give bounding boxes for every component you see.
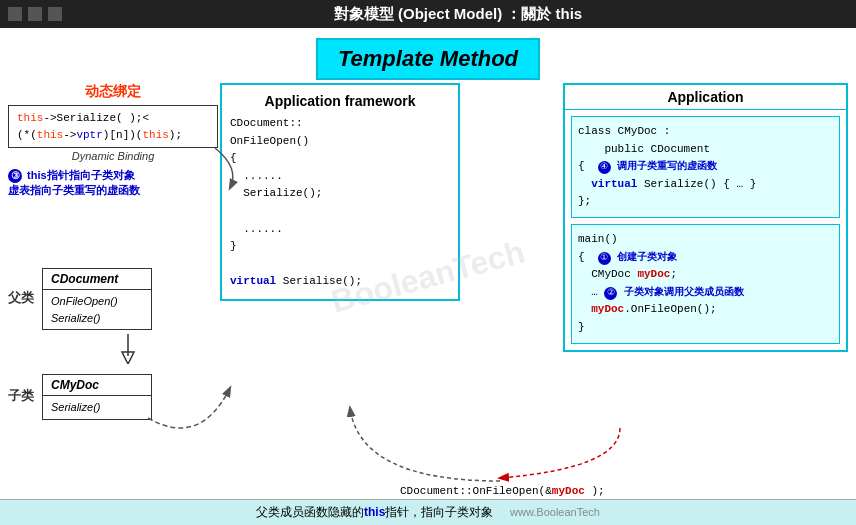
annotation-3: ③ this指针指向子类对象 虚表指向子类重写的虚函数: [8, 168, 218, 199]
page-title: 對象模型 (Object Model) ：關於 this: [68, 5, 848, 24]
top-bar-square-2: [28, 7, 42, 21]
application-title: Application: [565, 85, 846, 110]
cdoc-line: CDocument::OnFileOpen(&myDoc );: [400, 485, 605, 497]
cmydoc-box: CMyDoc Serialize(): [42, 374, 152, 420]
cdocument-methods: OnFileOpen()Serialize(): [43, 290, 151, 329]
application: Application class CMyDoc : public CDocum…: [563, 83, 848, 352]
cmydoc-methods: Serialize(): [43, 396, 151, 419]
class-diagram: 父类 CDocument OnFileOpen()Serialize() 子类 …: [8, 268, 198, 420]
code-line-2: (*(this->vptr)[n])(this);: [17, 127, 209, 144]
app-lower-box: main() { ① 创建子类对象 CMyDoc myDoc; … ② 子类对象…: [571, 224, 840, 344]
main-content: Template Method 动态绑定 this->Serialize( );…: [0, 28, 856, 525]
app-framework: Application framework CDocument:: OnFile…: [220, 83, 460, 301]
cdocument-name: CDocument: [43, 269, 151, 290]
top-bar-square-1: [8, 7, 22, 21]
dynamic-binding-label: Dynamic Binding: [8, 150, 218, 162]
top-bar: 對象模型 (Object Model) ：關於 this: [0, 0, 856, 28]
code-box-left: this->Serialize( );< (*(this->vptr)[n])(…: [8, 105, 218, 148]
child-row: 子类 CMyDoc Serialize(): [8, 374, 198, 420]
footer-site: www.BooleanTech: [510, 506, 600, 518]
dynamic-label: 动态绑定: [8, 83, 218, 101]
template-method-label: Template Method: [338, 46, 518, 71]
app-upper-box: class CMyDoc : public CDocument { ④ 调用子类…: [571, 116, 840, 218]
annotation-3-text: this指针指向子类对象 虚表指向子类重写的虚函数: [8, 169, 140, 196]
cmydoc-name: CMyDoc: [43, 375, 151, 396]
app-framework-code: CDocument:: OnFileOpen() { ...... Serial…: [230, 115, 450, 291]
template-method-box: Template Method: [316, 38, 540, 80]
code-line-1: this->Serialize( );<: [17, 110, 209, 127]
child-label: 子类: [8, 387, 34, 405]
inherit-arrow: [58, 334, 198, 364]
bottom-text: 父类成员函数隐藏的this指针，指向子类对象 www.BooleanTech: [256, 505, 600, 519]
cdocument-box: CDocument OnFileOpen()Serialize(): [42, 268, 152, 330]
father-row: 父类 CDocument OnFileOpen()Serialize(): [8, 268, 198, 330]
bottom-section: 父类成员函数隐藏的this指针，指向子类对象 www.BooleanTech: [0, 499, 856, 525]
father-label: 父类: [8, 289, 34, 307]
top-bar-square-3: [48, 7, 62, 21]
left-section: 动态绑定 this->Serialize( );< (*(this->vptr)…: [8, 83, 218, 199]
app-framework-title: Application framework: [230, 93, 450, 109]
